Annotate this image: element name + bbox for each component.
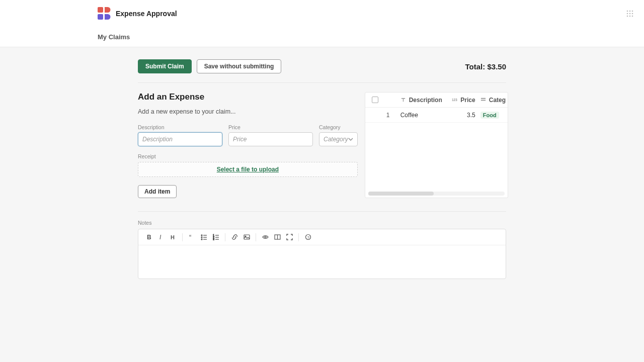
svg-text:I: I <box>159 234 162 240</box>
fullscreen-icon[interactable] <box>284 232 295 243</box>
svg-text:B: B <box>147 234 151 240</box>
row-category-badge: Food <box>480 112 499 119</box>
svg-rect-0 <box>98 7 103 13</box>
svg-rect-13 <box>481 100 486 101</box>
svg-point-9 <box>629 15 631 17</box>
side-by-side-icon[interactable] <box>272 232 283 243</box>
ordered-list-icon[interactable]: 123 <box>210 232 221 243</box>
link-icon[interactable] <box>229 232 240 243</box>
notes-label: Notes <box>138 220 506 226</box>
col-description: Description <box>409 97 442 104</box>
nav-my-claims[interactable]: My Claims <box>98 33 130 41</box>
app-title: Expense Approval <box>116 10 177 18</box>
svg-point-22 <box>201 239 202 240</box>
description-input[interactable] <box>138 132 222 146</box>
svg-text:?: ? <box>307 235 309 240</box>
svg-rect-30 <box>244 235 250 239</box>
action-row: Submit Claim Save without submitting Tot… <box>138 59 506 83</box>
svg-point-4 <box>632 10 633 12</box>
section-title: Add an Expense <box>138 92 358 102</box>
preview-icon[interactable] <box>260 232 271 243</box>
quote-icon[interactable]: “ <box>186 232 197 243</box>
nav-bar: My Claims <box>0 27 644 47</box>
svg-point-32 <box>264 236 266 238</box>
image-icon[interactable] <box>241 232 252 243</box>
svg-text:“: “ <box>189 234 191 240</box>
svg-point-3 <box>629 10 631 12</box>
col-category: Categ <box>489 97 506 104</box>
editor-toolbar: B I H “ 123 ? <box>138 229 506 245</box>
svg-text:3: 3 <box>213 238 214 240</box>
svg-point-20 <box>201 237 202 238</box>
app-logo <box>98 7 111 20</box>
add-expense-form: Add an Expense Add a new expense to your… <box>138 92 358 198</box>
table-row[interactable]: 1 Coffee 3.5 Food <box>365 108 508 123</box>
notes-textarea[interactable] <box>138 245 506 279</box>
heading-icon[interactable]: H <box>168 232 179 243</box>
category-placeholder: Category <box>324 136 348 143</box>
svg-point-8 <box>627 15 628 17</box>
total-value: $3.50 <box>487 62 506 71</box>
add-item-button[interactable]: Add item <box>138 185 177 198</box>
description-label: Description <box>138 124 222 130</box>
save-without-submitting-button[interactable]: Save without submitting <box>197 59 282 73</box>
receipt-label: Receipt <box>138 153 358 159</box>
section-subtitle: Add a new expense to your claim... <box>138 108 358 115</box>
divider <box>138 211 506 212</box>
unordered-list-icon[interactable] <box>198 232 209 243</box>
total-label: Total: <box>465 62 488 71</box>
upload-link[interactable]: Select a file to upload <box>217 166 279 173</box>
text-icon <box>400 97 406 103</box>
price-input[interactable] <box>228 132 313 146</box>
row-description: Coffee <box>400 112 418 119</box>
receipt-upload[interactable]: Select a file to upload <box>138 162 358 177</box>
submit-claim-button[interactable]: Submit Claim <box>138 59 192 73</box>
svg-text:H: H <box>171 234 175 240</box>
svg-text:123: 123 <box>452 98 457 102</box>
svg-point-7 <box>632 13 633 14</box>
category-label: Category <box>319 124 358 130</box>
svg-point-5 <box>627 13 628 14</box>
col-price: Price <box>460 97 475 104</box>
apps-grid-icon[interactable] <box>626 10 634 18</box>
price-label: Price <box>228 124 313 130</box>
select-all-checkbox[interactable] <box>372 97 378 103</box>
svg-point-6 <box>629 13 631 14</box>
notes-editor: B I H “ 123 ? <box>138 229 506 279</box>
svg-point-10 <box>632 15 633 17</box>
svg-rect-12 <box>481 98 486 99</box>
row-index: 1 <box>385 112 399 119</box>
category-select[interactable]: Category <box>319 132 358 146</box>
svg-rect-1 <box>98 14 103 20</box>
bold-icon[interactable]: B <box>143 232 154 243</box>
app-header: Expense Approval <box>0 0 644 27</box>
row-price: 3.5 <box>467 112 475 119</box>
horizontal-scrollbar[interactable] <box>368 192 505 196</box>
italic-icon[interactable]: I <box>155 232 167 243</box>
svg-point-2 <box>627 10 628 12</box>
help-icon[interactable]: ? <box>302 232 313 243</box>
chevron-down-icon <box>348 137 353 142</box>
category-icon <box>480 97 486 103</box>
total-amount: Total: $3.50 <box>465 62 506 71</box>
expense-table: Description 123 Price Categ 1 Coffee 3.5… <box>365 92 508 198</box>
table-header: Description 123 Price Categ <box>365 93 508 108</box>
svg-point-18 <box>201 235 202 236</box>
number-icon: 123 <box>452 97 457 103</box>
